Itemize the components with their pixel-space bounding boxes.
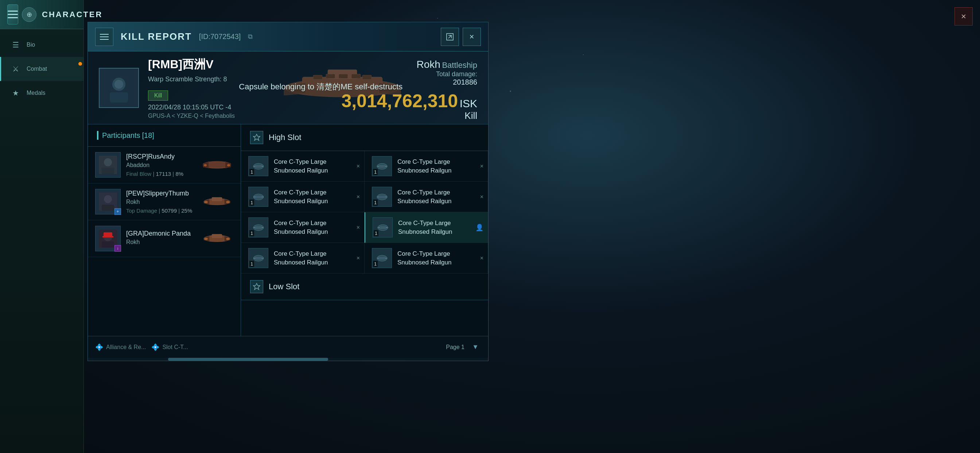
kill-report-title: KILL REPORT (121, 31, 192, 42)
slot-icon: 1 (248, 217, 268, 238)
slot-item[interactable]: 1 Core C-Type LargeSnubnosed Railgun × (241, 151, 364, 182)
avatar-image (104, 73, 134, 102)
participant-stats: Final Blow | 17113 | 8% (126, 171, 200, 177)
svg-rect-20 (110, 92, 128, 102)
slot-name: Core C-Type LargeSnubnosed Railgun (398, 158, 451, 175)
slot-quantity: 1 (373, 199, 378, 206)
kill-report-menu-button[interactable] (95, 28, 113, 46)
slot-item[interactable]: 1 Core C-Type LargeSnubnosed Railgun × (364, 151, 488, 182)
low-slot-header: Low Slot (241, 274, 488, 300)
participant-avatar (95, 152, 121, 178)
slot-quantity: 1 (250, 261, 254, 267)
slot-item-selected[interactable]: 1 Core C-Type LargeSnubnosed Railgun 👤 (364, 212, 488, 243)
remove-icon[interactable]: × (480, 255, 484, 262)
high-slot-icon (250, 131, 263, 144)
kill-report-id: [ID:7072543] (199, 32, 241, 41)
slot-icon: 1 (372, 187, 392, 207)
total-damage-value: 201886 (341, 78, 477, 86)
remove-icon[interactable]: × (356, 194, 360, 200)
slot-quantity: 1 (373, 169, 378, 175)
participants-header: Participants [18] (88, 124, 240, 147)
participant-ship-image (200, 156, 233, 174)
participant-avatar: + (95, 189, 121, 214)
svg-point-21 (115, 80, 123, 89)
svg-point-32 (104, 195, 112, 203)
kill-report-content: Participants [18] [RSCP]RusAndy Abaddon (88, 124, 488, 336)
sidebar-hamburger-button[interactable] (7, 4, 18, 24)
svg-rect-85 (255, 257, 262, 260)
kill-report-footer: 💠 Alliance & Re... 💠 Slot C-T... Page 1 … (88, 336, 488, 358)
participants-accent (97, 131, 99, 140)
hamburger-line-2 (8, 14, 18, 15)
scrollbar-thumb[interactable] (168, 358, 328, 361)
svg-rect-45 (102, 241, 114, 248)
kill-report-right-info: Rokh Battleship Total damage: 201886 3,0… (341, 59, 477, 121)
main-window-close-button[interactable]: × (955, 7, 973, 26)
sidebar-item-medals[interactable]: ★ Medals (0, 81, 83, 105)
remove-icon[interactable]: × (480, 194, 484, 200)
slot-item[interactable]: 1 Core C-Type LargeSnubnosed Railgun × (364, 182, 488, 212)
corp-badge: i (115, 245, 121, 252)
plus-badge: + (115, 208, 121, 215)
slot-item[interactable]: 1 Core C-Type LargeSnubnosed Railgun × (364, 243, 488, 274)
remove-icon[interactable]: × (356, 163, 360, 170)
participant-info: [PEW]SlipperyThumb Rokh Top Damage | 507… (126, 190, 200, 214)
remove-icon[interactable]: × (480, 163, 484, 170)
close-button[interactable]: × (463, 28, 481, 46)
svg-point-51 (204, 238, 208, 240)
participant-name: [GRA]Demonic Panda (126, 230, 200, 238)
participant-name: [RSCP]RusAndy (126, 153, 200, 161)
participant-stats: Top Damage | 50799 | 25% (126, 207, 200, 214)
person-icon: 👤 (476, 223, 484, 231)
footer-item-alliance[interactable]: 💠 Alliance & Re... (95, 343, 146, 351)
slot-item[interactable]: 1 Core C-Type LargeSnubnosed Railgun × (241, 243, 364, 274)
sidebar-item-bio[interactable]: ☰ Bio (0, 33, 83, 57)
bio-icon: ☰ (10, 39, 21, 50)
remove-icon[interactable]: × (356, 255, 360, 262)
slot-icon: 1 (372, 156, 392, 176)
participant-item[interactable]: + [PEW]SlipperyThumb Rokh Top Damage | 5… (88, 183, 240, 220)
sidebar-header: ⊕ CHARACTER (0, 0, 83, 29)
hamburger-line-1 (8, 11, 18, 12)
participant-ship: Abaddon (126, 162, 200, 169)
participant-info: [RSCP]RusAndy Abaddon Final Blow | 17113… (126, 153, 200, 177)
svg-rect-44 (102, 236, 113, 238)
fitting-panel: High Slot 1 Co (241, 124, 488, 336)
svg-rect-6 (326, 74, 335, 78)
sidebar-nav: ☰ Bio ⚔ Combat ★ Medals (0, 29, 83, 109)
scrollbar-track[interactable] (88, 358, 488, 361)
kill-report-header: KILL REPORT [ID:7072543] ⧉ × (88, 22, 488, 51)
character-icon: ⊕ (22, 7, 37, 22)
slot-quantity: 1 (374, 230, 379, 236)
svg-rect-24 (102, 168, 114, 174)
low-slot-title: Low Slot (269, 282, 299, 292)
remove-icon[interactable]: × (356, 224, 360, 231)
sidebar-item-medals-label: Medals (27, 90, 46, 96)
slot-name: Core C-Type LargeSnubnosed Railgun (274, 249, 328, 267)
alliance-icon: 💠 (95, 343, 103, 351)
participant-ship: Rokh (126, 199, 200, 205)
participant-ship-image (200, 193, 233, 211)
export-button[interactable] (441, 28, 459, 46)
svg-point-30 (227, 164, 230, 166)
kill-badge: Kill (148, 91, 168, 100)
slot-item[interactable]: 1 Core C-Type LargeSnubnosed Railgun × (241, 182, 364, 212)
hamburger-line-3 (8, 17, 18, 18)
svg-rect-55 (255, 165, 262, 168)
svg-rect-65 (255, 196, 262, 198)
copy-icon[interactable]: ⧉ (248, 33, 253, 40)
slot-item[interactable]: 1 Core C-Type LargeSnubnosed Railgun × (241, 212, 364, 243)
kill-report-panel: KILL REPORT [ID:7072543] ⧉ × (88, 22, 488, 361)
slot-icon: 1 (248, 248, 268, 268)
slot-name: Core C-Type LargeSnubnosed Railgun (398, 188, 451, 206)
participant-item[interactable]: [RSCP]RusAndy Abaddon Final Blow | 17113… (88, 147, 240, 183)
filter-icon[interactable]: ▼ (470, 342, 481, 353)
footer-item-slot[interactable]: 💠 Slot C-T... (151, 343, 188, 351)
slot-footer-icon: 💠 (151, 343, 159, 351)
total-damage-label: Total damage: (341, 70, 477, 78)
svg-point-40 (226, 201, 230, 203)
ship-name: Rokh (417, 59, 441, 70)
participant-item[interactable]: i [GRA]Demonic Panda Rokh (88, 220, 240, 257)
slot-name: Core C-Type LargeSnubnosed Railgun (274, 219, 328, 236)
sidebar-item-combat[interactable]: ⚔ Combat (0, 57, 83, 81)
